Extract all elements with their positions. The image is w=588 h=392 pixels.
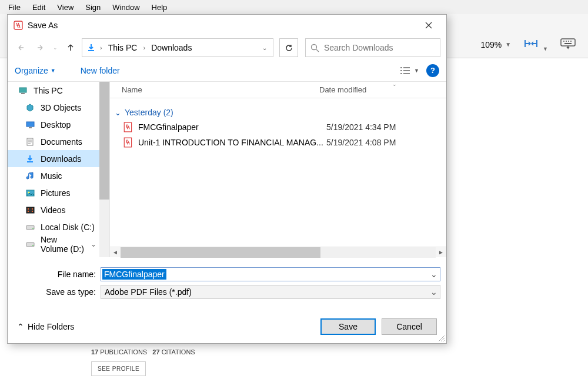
zoom-control[interactable]: 109% ▼ <box>480 40 511 49</box>
pc-icon <box>18 86 29 95</box>
dialog-body: This PC3D ObjectsDesktopDocumentsDownloa… <box>8 82 446 257</box>
up-button[interactable] <box>63 40 78 55</box>
arrow-left-icon <box>16 43 26 52</box>
file-row[interactable]: FMCGfinalpaper5/19/2021 4:34 PM <box>115 119 446 135</box>
save-type-label: Save as type: <box>14 287 101 297</box>
disk-icon <box>25 222 36 232</box>
tree-item-music[interactable]: Music <box>8 167 109 184</box>
chevron-right-icon: › <box>99 44 103 51</box>
svg-rect-9 <box>21 93 25 94</box>
desktop-icon <box>25 120 36 129</box>
tree-item-downloads[interactable]: Downloads <box>8 150 109 167</box>
scroll-right-icon[interactable]: ► <box>436 247 446 258</box>
search-input[interactable] <box>324 43 435 52</box>
menu-view[interactable]: View <box>51 2 79 13</box>
svg-rect-19 <box>32 211 33 212</box>
tree-item-videos[interactable]: Videos <box>8 201 109 218</box>
tree-item-desktop[interactable]: Desktop <box>8 116 109 133</box>
resize-grip-icon[interactable] <box>438 335 445 342</box>
see-profile-button[interactable]: SEE PROFILE <box>91 361 146 376</box>
nav-row: ⌄ › This PC › Downloads ⌄ <box>8 36 446 59</box>
chevron-down-icon[interactable]: ⌄ <box>428 287 440 297</box>
fit-width-icon[interactable]: ▼ <box>523 36 548 52</box>
refresh-button[interactable] <box>279 38 298 57</box>
breadcrumb-item[interactable]: Downloads <box>149 43 194 52</box>
list-header: Name Date modified ⌄ <box>110 82 446 98</box>
forward-button[interactable] <box>32 40 48 55</box>
disk-icon <box>25 240 36 249</box>
breadcrumb-item[interactable]: This PC <box>106 43 140 52</box>
svg-rect-5 <box>564 43 572 44</box>
svg-rect-0 <box>561 39 575 46</box>
svg-rect-11 <box>29 127 32 128</box>
column-name[interactable]: Name <box>110 85 319 94</box>
scroll-left-icon[interactable]: ◄ <box>110 247 121 258</box>
file-list: Name Date modified ⌄ ⌄ Yesterday (2) FMC… <box>110 82 446 257</box>
horizontal-scrollbar[interactable]: ◄ ► <box>110 247 446 257</box>
refresh-icon <box>285 44 293 52</box>
svg-point-1 <box>563 41 564 42</box>
column-date[interactable]: Date modified ⌄ <box>319 85 446 94</box>
pictures-icon <box>25 188 36 198</box>
file-name: FMCGfinalpaper <box>138 122 326 132</box>
recent-dropdown[interactable]: ⌄ <box>51 40 59 55</box>
chevron-down-icon[interactable]: ⌄ <box>260 45 269 51</box>
help-button[interactable]: ? <box>426 64 439 77</box>
save-button[interactable]: Save <box>320 318 376 335</box>
download-folder-icon <box>86 42 96 53</box>
chevron-down-icon: ▼ <box>543 46 548 52</box>
details-view-icon <box>400 67 410 75</box>
tree-item-label: Documents <box>41 137 82 147</box>
dialog-toolbar: Organize ▼ New folder ▼ ? <box>8 59 446 82</box>
tree-item-documents[interactable]: Documents <box>8 133 109 150</box>
menu-file[interactable]: File <box>2 2 26 13</box>
keyboard-icon[interactable] <box>560 38 576 51</box>
tree-item-label: Desktop <box>41 120 71 129</box>
chevron-down-icon: ⌄ <box>91 240 96 248</box>
svg-rect-8 <box>19 88 26 92</box>
cancel-button[interactable]: Cancel <box>382 318 437 335</box>
dialog-titlebar: Save As <box>8 15 446 36</box>
menu-help[interactable]: Help <box>146 2 173 13</box>
search-box[interactable] <box>305 38 440 57</box>
tree-item-this-pc[interactable]: This PC <box>8 82 109 99</box>
file-name-input[interactable]: FMCGfinalpaper ⌄ <box>101 267 440 281</box>
tree-item-label: Videos <box>41 205 66 215</box>
hide-folders-button[interactable]: ⌃ Hide Folders <box>17 322 74 331</box>
tree-item-pictures[interactable]: Pictures <box>8 184 109 201</box>
save-type-value: Adobe PDF Files (*.pdf) <box>105 287 192 297</box>
organize-button[interactable]: Organize ▼ <box>15 66 56 75</box>
group-header[interactable]: ⌄ Yesterday (2) <box>115 105 446 119</box>
breadcrumb[interactable]: › This PC › Downloads ⌄ <box>82 38 273 57</box>
close-button[interactable] <box>417 17 440 34</box>
menu-edit[interactable]: Edit <box>26 2 51 13</box>
doc-icon <box>25 137 36 147</box>
view-mode-button[interactable]: ▼ <box>400 67 419 75</box>
videos-icon <box>25 205 36 215</box>
svg-rect-17 <box>28 211 29 212</box>
close-icon <box>425 22 432 29</box>
3d-icon <box>25 103 36 112</box>
svg-point-7 <box>312 44 317 49</box>
tree-item-label: This PC <box>34 86 63 95</box>
svg-rect-10 <box>26 122 34 127</box>
menu-sign[interactable]: Sign <box>79 2 106 13</box>
tree-item-new-volume-d-[interactable]: New Volume (D:)⌄ <box>8 235 109 253</box>
svg-point-4 <box>570 41 572 42</box>
tree-scrollbar[interactable] <box>99 82 109 257</box>
sort-indicator-icon: ⌄ <box>392 81 397 87</box>
profile-stats: 17 PUBLICATIONS 27 CITATIONS SEE PROFILE <box>91 348 195 376</box>
zoom-value: 109% <box>480 40 502 49</box>
list-body: ⌄ Yesterday (2) FMCGfinalpaper5/19/2021 … <box>110 98 446 247</box>
chevron-down-icon[interactable]: ⌄ <box>428 270 440 279</box>
new-folder-button[interactable]: New folder <box>81 66 120 75</box>
menu-window[interactable]: Window <box>106 2 145 13</box>
save-type-select[interactable]: Adobe PDF Files (*.pdf) ⌄ <box>101 285 440 299</box>
arrow-up-icon <box>66 43 75 52</box>
tree-item-3d-objects[interactable]: 3D Objects <box>8 99 109 116</box>
back-button[interactable] <box>14 40 29 55</box>
search-icon <box>310 44 319 52</box>
tree-item-local-disk-c-[interactable]: Local Disk (C:) <box>8 218 109 235</box>
file-row[interactable]: Unit-1 INTRODUCTION TO FINANCIAL MANAG..… <box>115 135 446 150</box>
tree-item-label: Music <box>41 171 62 181</box>
